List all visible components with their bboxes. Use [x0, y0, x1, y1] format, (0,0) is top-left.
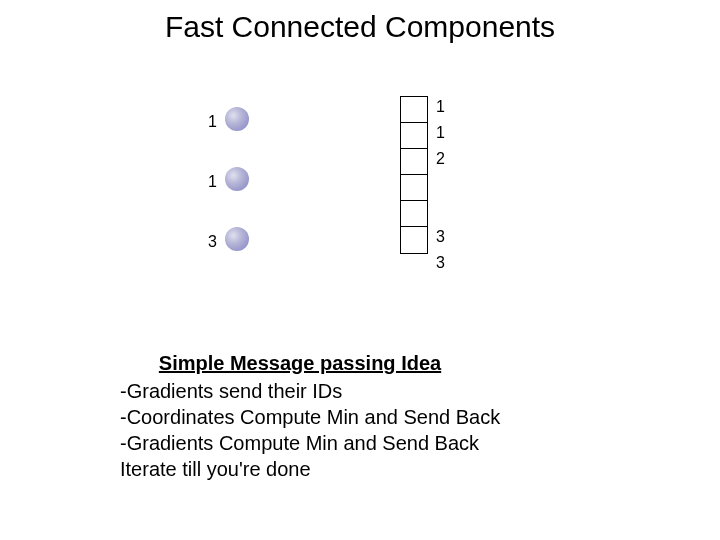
page-title: Fast Connected Components	[0, 10, 720, 44]
dot-label-0: 1	[197, 113, 217, 131]
section-heading: Simple Message passing Idea	[120, 350, 480, 376]
body-line-2: -Gradients Compute Min and Send Back	[120, 430, 479, 456]
cell-label-1: 1	[436, 124, 445, 142]
cell-label-2: 2	[436, 150, 445, 168]
body-line-1: -Coordinates Compute Min and Send Back	[120, 404, 500, 430]
dot-label-1: 1	[197, 173, 217, 191]
cell-label-4: 3	[436, 228, 445, 246]
cell-1	[401, 123, 427, 149]
dot-0	[225, 107, 249, 131]
cell-3	[401, 175, 427, 201]
cell-2	[401, 149, 427, 175]
dot-label-2: 3	[197, 233, 217, 251]
body-line-3: Iterate till you're done	[120, 456, 311, 482]
cell-4	[401, 201, 427, 227]
cell-column	[400, 96, 428, 254]
body-line-0: -Gradients send their IDs	[120, 378, 342, 404]
dot-2	[225, 227, 249, 251]
cell-label-0: 1	[436, 98, 445, 116]
cell-label-5: 3	[436, 254, 445, 272]
cell-5	[401, 227, 427, 253]
dot-1	[225, 167, 249, 191]
cell-0	[401, 97, 427, 123]
slide: Fast Connected Components 1 1 3 1 1 2 3 …	[0, 0, 720, 540]
